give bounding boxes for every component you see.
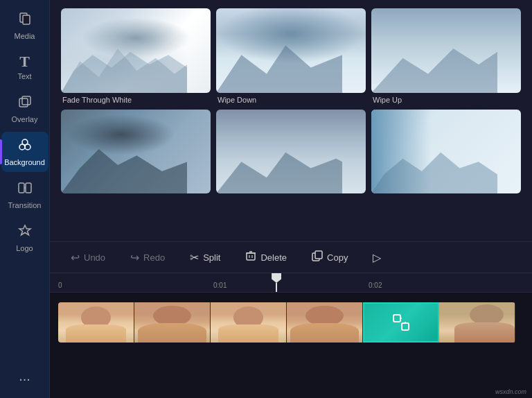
text-icon: T — [19, 54, 30, 69]
undo-icon: ↩ — [71, 251, 80, 264]
sidebar-item-label-background: Background — [4, 158, 45, 166]
sidebar-item-background[interactable]: Background — [1, 132, 48, 172]
media-item-wipe-up[interactable]: Wipe Up — [371, 8, 521, 104]
logo-icon — [17, 223, 33, 241]
background-icon — [17, 137, 33, 155]
delete-button[interactable]: Delete — [236, 246, 296, 268]
svg-rect-24 — [393, 315, 400, 322]
svg-marker-16 — [371, 153, 497, 193]
split-button[interactable]: ✂ Split — [180, 247, 230, 268]
media-label-wipe-up: Wipe Up — [371, 96, 521, 104]
ruler-marks: 0 0:01 0:02 — [50, 282, 532, 289]
thumb-wipe-down — [216, 8, 366, 93]
video-strip[interactable] — [58, 302, 515, 343]
media-item-row2-2[interactable] — [216, 110, 366, 197]
thumb-row2-1 — [61, 110, 211, 194]
video-track — [50, 298, 532, 347]
watermark: wsxdn.com — [495, 388, 526, 395]
delete-icon — [245, 250, 256, 264]
video-frame-teal — [363, 302, 439, 343]
svg-marker-12 — [216, 45, 342, 92]
video-frame-3 — [211, 302, 287, 343]
sidebar-item-transition[interactable]: Transition — [1, 175, 48, 215]
overlay-icon — [17, 94, 33, 112]
media-item-fade-white[interactable]: Fade Through White — [61, 8, 211, 104]
sidebar-item-media[interactable]: Media — [1, 6, 48, 46]
more-toolbar-icon: ▷ — [373, 251, 381, 264]
video-frame-6 — [439, 302, 515, 343]
sidebar-item-logo[interactable]: Logo — [1, 218, 48, 258]
split-label: Split — [203, 252, 220, 263]
media-icon — [17, 11, 33, 29]
video-frame-4 — [287, 302, 363, 343]
more-toolbar-button[interactable]: ▷ — [363, 247, 391, 268]
video-frame-1 — [58, 302, 134, 343]
ruler-mark-0: 0 — [58, 282, 213, 289]
sidebar-item-wrapper-transition: Transition — [0, 175, 49, 215]
undo-label: Undo — [84, 252, 105, 263]
timeline-tracks: wsxdn.com — [50, 293, 532, 398]
thumb-fade-white — [61, 8, 211, 93]
media-grid: Fade Through White Wipe Down Wipe Up — [61, 8, 521, 196]
ruler-mark-1: 0:01 — [213, 282, 369, 289]
svg-rect-2 — [19, 98, 28, 107]
toolbar: ↩ Undo ↪ Redo ✂ Split Delete — [50, 241, 532, 273]
thumb-row2-3 — [371, 110, 521, 194]
sidebar-item-wrapper-text: T Text — [0, 49, 49, 86]
delete-label: Delete — [260, 252, 287, 263]
svg-point-6 — [25, 144, 30, 150]
video-frame-2 — [134, 302, 211, 343]
sidebar-item-overlay[interactable]: Overlay — [1, 89, 48, 129]
svg-rect-8 — [26, 183, 31, 193]
media-item-row2-1[interactable] — [61, 110, 211, 197]
undo-button[interactable]: ↩ Undo — [61, 247, 115, 268]
sidebar: Media T Text Overlay — [0, 0, 50, 398]
media-item-wipe-down[interactable]: Wipe Down — [216, 8, 366, 104]
sidebar-item-label-overlay: Overlay — [12, 115, 38, 123]
svg-marker-13 — [371, 49, 497, 93]
sidebar-item-label-media: Media — [15, 32, 35, 40]
sidebar-item-wrapper-background: Background — [0, 132, 49, 172]
copy-button[interactable]: Copy — [302, 246, 357, 268]
transition-frame-icon — [364, 304, 438, 341]
sidebar-item-label-text: Text — [17, 72, 31, 80]
svg-marker-11 — [61, 51, 187, 92]
svg-rect-1 — [23, 15, 30, 24]
sidebar-item-wrapper-overlay: Overlay — [0, 89, 49, 129]
redo-icon: ↪ — [130, 251, 139, 264]
media-item-row2-3[interactable] — [371, 110, 521, 197]
sidebar-item-wrapper-logo: Logo — [0, 218, 49, 258]
split-icon: ✂ — [190, 251, 199, 264]
redo-label: Redo — [143, 252, 165, 263]
svg-point-5 — [19, 144, 25, 150]
timeline: 0 0:01 0:02 — [50, 273, 532, 398]
copy-label: Copy — [327, 252, 348, 263]
media-label-fade-white: Fade Through White — [61, 96, 211, 104]
svg-rect-25 — [402, 323, 409, 330]
sidebar-item-label-transition: Transition — [8, 201, 42, 209]
timeline-ruler: 0 0:01 0:02 — [50, 273, 532, 293]
thumb-wipe-up — [371, 8, 521, 93]
media-panel: Fade Through White Wipe Down Wipe Up — [50, 0, 532, 241]
sidebar-more-button[interactable]: ... — [13, 363, 36, 390]
svg-marker-15 — [216, 153, 342, 193]
svg-rect-7 — [19, 183, 24, 193]
redo-button[interactable]: ↪ Redo — [121, 247, 175, 268]
sidebar-item-label-logo: Logo — [16, 244, 33, 252]
media-label-wipe-down: Wipe Down — [216, 96, 366, 104]
svg-rect-17 — [247, 253, 255, 260]
svg-marker-14 — [61, 149, 187, 193]
transition-icon — [17, 180, 33, 198]
copy-icon — [312, 250, 323, 264]
sidebar-item-wrapper-media: Media — [0, 6, 49, 46]
active-indicator — [0, 139, 2, 164]
thumb-row2-2 — [216, 110, 366, 194]
svg-rect-23 — [315, 251, 322, 259]
sidebar-item-text[interactable]: T Text — [1, 49, 48, 86]
svg-rect-3 — [22, 96, 30, 105]
ruler-mark-2: 0:02 — [369, 282, 524, 289]
main-content: Fade Through White Wipe Down Wipe Up — [50, 0, 532, 398]
